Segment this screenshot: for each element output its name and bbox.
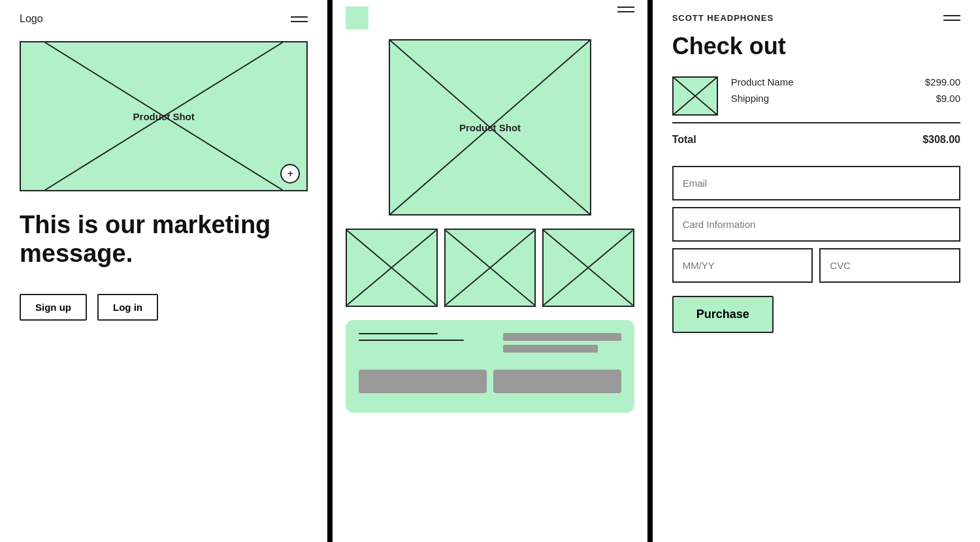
checkout-title: Check out bbox=[672, 33, 960, 60]
product-image: Product Shot + bbox=[20, 41, 308, 191]
logo-square bbox=[346, 7, 368, 29]
order-divider bbox=[672, 122, 960, 123]
thumbnail-row bbox=[346, 229, 634, 307]
card-information-field[interactable] bbox=[672, 207, 960, 242]
divider-1 bbox=[327, 0, 333, 542]
product-image-label: Product Shot bbox=[133, 111, 195, 122]
thumbnail-1[interactable] bbox=[346, 229, 437, 307]
product-price: $299.00 bbox=[925, 76, 960, 88]
logo: Logo bbox=[20, 13, 43, 25]
divider-2 bbox=[647, 0, 653, 542]
panel-gallery: Product Shot bbox=[333, 0, 647, 542]
shipping-row: Shipping $9.00 bbox=[731, 93, 960, 104]
promo-bar-1 bbox=[503, 333, 621, 341]
promo-right bbox=[503, 333, 621, 357]
promo-button-1[interactable] bbox=[359, 370, 487, 393]
total-price: $308.00 bbox=[923, 134, 960, 146]
order-thumbnail bbox=[672, 76, 718, 116]
product-main-label: Product Shot bbox=[459, 122, 521, 133]
thumbnail-3[interactable] bbox=[542, 229, 634, 307]
hamburger-menu-icon-2[interactable] bbox=[617, 7, 634, 12]
product-main-image: Product Shot bbox=[389, 39, 591, 215]
hamburger-menu-icon-3[interactable] bbox=[943, 15, 960, 21]
log-in-button[interactable]: Log in bbox=[97, 294, 158, 321]
panel-marketing: Logo Product Shot + This is our marketin… bbox=[0, 0, 327, 542]
product-name-label: Product Name bbox=[731, 76, 794, 88]
promo-banner bbox=[346, 320, 634, 413]
panel2-header bbox=[346, 0, 634, 39]
marketing-message: This is our marketing message. bbox=[20, 211, 308, 268]
expiry-field[interactable] bbox=[672, 248, 813, 283]
hamburger-menu-icon[interactable] bbox=[291, 16, 308, 22]
sign-up-button[interactable]: Sign up bbox=[20, 294, 87, 321]
shipping-label: Shipping bbox=[731, 93, 769, 104]
order-details: Product Name $299.00 Shipping $9.00 bbox=[731, 76, 960, 109]
product-name-row: Product Name $299.00 bbox=[731, 76, 960, 88]
promo-line-2 bbox=[359, 340, 464, 341]
panel1-header: Logo bbox=[20, 0, 308, 41]
panel3-header: SCOTT HEADPHONES bbox=[672, 0, 960, 33]
promo-buttons bbox=[359, 370, 621, 393]
shipping-price: $9.00 bbox=[936, 93, 960, 104]
total-label: Total bbox=[672, 134, 696, 146]
order-total-row: Total $308.00 bbox=[672, 130, 960, 150]
promo-line-1 bbox=[359, 333, 437, 334]
email-field[interactable] bbox=[672, 166, 960, 200]
checkout-form: Purchase bbox=[672, 166, 960, 333]
promo-button-2[interactable] bbox=[493, 370, 621, 393]
cta-buttons: Sign up Log in bbox=[20, 294, 308, 321]
purchase-button[interactable]: Purchase bbox=[672, 296, 774, 333]
panel-checkout: SCOTT HEADPHONES Check out Product Name … bbox=[653, 0, 980, 542]
order-summary: Product Name $299.00 Shipping $9.00 Tota… bbox=[672, 76, 960, 150]
order-row: Product Name $299.00 Shipping $9.00 bbox=[672, 76, 960, 116]
promo-bar-2 bbox=[503, 345, 597, 353]
thumbnail-2[interactable] bbox=[444, 229, 536, 307]
brand-name: SCOTT HEADPHONES bbox=[672, 13, 774, 23]
cvc-field[interactable] bbox=[819, 248, 960, 283]
card-details-row bbox=[672, 248, 960, 283]
